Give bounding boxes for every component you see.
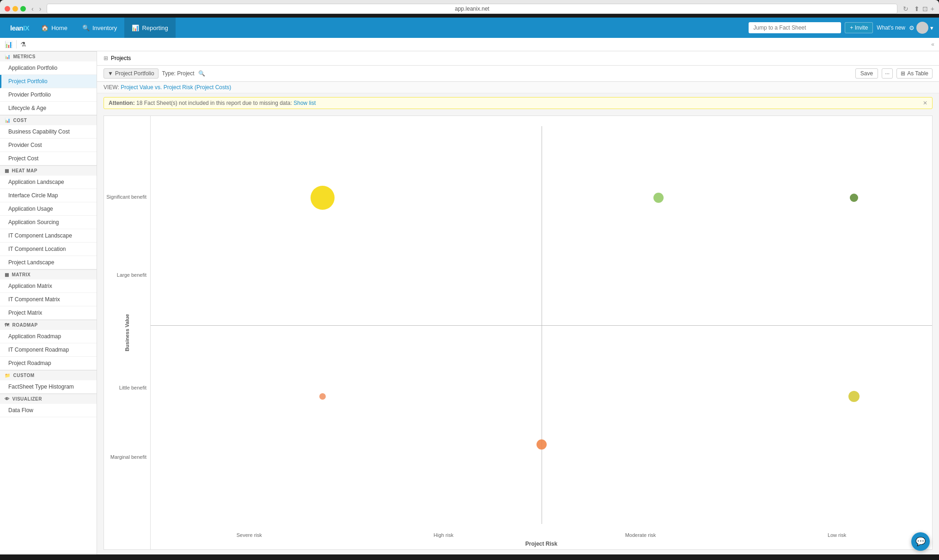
metrics-icon: 📊 xyxy=(5,54,11,59)
application-sourcing-label: Application Sourcing xyxy=(8,219,59,225)
y-tick-2: Little benefit xyxy=(119,385,146,390)
nav-reporting[interactable]: 📊 Reporting xyxy=(124,18,175,38)
visualizer-icon: 👁 xyxy=(5,396,10,402)
fact-sheet-search[interactable] xyxy=(749,22,841,33)
reload-button[interactable]: ↻ xyxy=(901,4,910,13)
nav-inventory[interactable]: 🔍 Inventory xyxy=(75,18,124,38)
sidebar-item-project-matrix[interactable]: Project Matrix xyxy=(0,306,97,320)
alert-text: 18 Fact Sheet(s) not included in this re… xyxy=(136,100,292,106)
window-icon: ⊡ xyxy=(922,5,928,12)
logo[interactable]: leanIX xyxy=(6,21,34,35)
sidebar-item-application-portfolio[interactable]: Application Portfolio xyxy=(0,61,97,75)
user-chevron-icon: ▾ xyxy=(930,24,933,31)
bubble-medium-green[interactable] xyxy=(653,193,664,203)
lifecycle-age-label: Lifecycle & Age xyxy=(8,105,46,111)
bubble-small-orange[interactable] xyxy=(319,393,326,400)
x-axis-label: Project Risk xyxy=(525,541,557,547)
sidebar-item-provider-portfolio[interactable]: Provider Portfolio xyxy=(0,88,97,102)
report-header: ▼ Project Portfolio Type: Project 🔍 Save… xyxy=(97,66,939,82)
invite-button[interactable]: + Invite xyxy=(845,22,873,33)
nav-inventory-label: Inventory xyxy=(92,24,117,31)
project-portfolio-label: Project Portfolio xyxy=(8,78,48,85)
sidebar-item-it-component-landscape[interactable]: IT Component Landscape xyxy=(0,229,97,243)
minimize-dot[interactable] xyxy=(12,6,18,12)
filter-icon[interactable]: ⚗ xyxy=(20,41,26,48)
y-tick-1: Large benefit xyxy=(117,272,146,278)
alert-prefix: Attention: xyxy=(109,100,135,106)
sidebar-item-it-component-location[interactable]: IT Component Location xyxy=(0,243,97,256)
settings-icon: ⚙ xyxy=(909,24,915,31)
toolbar-divider xyxy=(16,40,17,49)
alert-close-button[interactable]: ✕ xyxy=(923,100,927,106)
sidebar-item-application-usage[interactable]: Application Usage xyxy=(0,202,97,216)
address-bar[interactable]: app.leanix.net xyxy=(47,4,897,14)
whats-new-button[interactable]: What's new xyxy=(877,24,905,31)
show-list-link[interactable]: Show list xyxy=(293,100,316,106)
sidebar-item-data-flow[interactable]: Data Flow xyxy=(0,404,97,417)
x-tick-0: Severe risk xyxy=(237,532,262,538)
back-button[interactable]: ‹ xyxy=(30,4,36,13)
user-menu[interactable]: ⚙ ▾ xyxy=(909,22,933,34)
y-tick-0: Significant benefit xyxy=(106,194,146,200)
add-tab-icon[interactable]: + xyxy=(931,5,934,12)
metrics-label: METRICS xyxy=(13,54,36,59)
view-link[interactable]: Project Value vs. Project Risk (Project … xyxy=(121,84,231,91)
x-tick-1: High risk xyxy=(433,532,453,538)
view-row: VIEW: Project Value vs. Project Risk (Pr… xyxy=(97,82,939,93)
bubble-medium-orange[interactable] xyxy=(537,439,547,450)
sidebar-collapse-button[interactable]: « xyxy=(931,41,934,48)
sidebar-item-application-landscape[interactable]: Application Landscape xyxy=(0,176,97,189)
reporting-icon: 📊 xyxy=(132,24,139,31)
bubble-small-dark-green[interactable] xyxy=(850,194,858,202)
breadcrumb-text: Projects xyxy=(111,55,131,61)
roadmap-label: ROADMAP xyxy=(12,323,38,328)
factsheet-type-histogram-label: FactSheet Type Histogram xyxy=(8,383,74,390)
sidebar-item-project-roadmap[interactable]: Project Roadmap xyxy=(0,357,97,370)
section-header-visualizer: 👁 VISUALIZER xyxy=(0,394,97,404)
nav-home[interactable]: 🏠 Home xyxy=(34,18,75,38)
it-component-location-label: IT Component Location xyxy=(8,246,66,252)
sidebar-item-project-landscape[interactable]: Project Landscape xyxy=(0,256,97,269)
section-header-heat-map: ▦ HEAT MAP xyxy=(0,165,97,176)
cost-icon: 📊 xyxy=(5,118,11,123)
project-cost-label: Project Cost xyxy=(8,155,38,162)
sidebar-item-application-sourcing[interactable]: Application Sourcing xyxy=(0,216,97,229)
bubble-large-yellow[interactable] xyxy=(311,186,335,210)
visualizer-label: VISUALIZER xyxy=(12,396,42,402)
search-icon[interactable]: 🔍 xyxy=(198,70,205,77)
sidebar-item-application-matrix[interactable]: Application Matrix xyxy=(0,280,97,293)
top-navigation: leanIX 🏠 Home 🔍 Inventory 📊 Reporting + … xyxy=(0,18,939,38)
portfolio-dropdown[interactable]: ▼ Project Portfolio xyxy=(104,68,159,79)
sidebar-item-project-portfolio[interactable]: Project Portfolio xyxy=(0,75,97,88)
chat-widget[interactable]: 💬 xyxy=(911,532,930,551)
application-landscape-label: Application Landscape xyxy=(8,179,64,185)
sidebar-item-interface-circle-map[interactable]: Interface Circle Map xyxy=(0,189,97,202)
toolbar-strip: 📊 ⚗ « xyxy=(0,38,939,51)
matrix-icon: ▦ xyxy=(5,272,9,277)
bubble-medium-yellow-green[interactable] xyxy=(848,391,860,402)
it-component-matrix-label: IT Component Matrix xyxy=(8,296,60,303)
sidebar-item-provider-cost[interactable]: Provider Cost xyxy=(0,139,97,152)
sidebar: 📊 METRICS Application Portfolio Project … xyxy=(0,51,97,554)
save-button[interactable]: Save xyxy=(855,68,878,79)
type-label: Type: Project xyxy=(162,70,195,77)
forward-button[interactable]: › xyxy=(37,4,43,13)
as-table-button[interactable]: ⊞ As Table xyxy=(896,68,933,79)
sidebar-item-lifecycle-age[interactable]: Lifecycle & Age xyxy=(0,102,97,115)
sidebar-item-it-component-roadmap[interactable]: IT Component Roadmap xyxy=(0,343,97,357)
sidebar-item-project-cost[interactable]: Project Cost xyxy=(0,152,97,165)
maximize-dot[interactable] xyxy=(20,6,26,12)
share-icon: ⬆ xyxy=(914,5,920,12)
close-dot[interactable] xyxy=(5,6,10,12)
breadcrumb: ⊞ Projects xyxy=(97,51,939,66)
interface-circle-map-label: Interface Circle Map xyxy=(8,192,58,199)
sidebar-item-application-roadmap[interactable]: Application Roadmap xyxy=(0,330,97,343)
top-nav-right: + Invite What's new ⚙ ▾ xyxy=(749,22,933,34)
sidebar-item-factsheet-type-histogram[interactable]: FactSheet Type Histogram xyxy=(0,380,97,394)
sidebar-item-it-component-matrix[interactable]: IT Component Matrix xyxy=(0,293,97,306)
nav-home-label: Home xyxy=(51,24,67,31)
sidebar-item-business-capability-cost[interactable]: Business Capability Cost xyxy=(0,125,97,139)
more-button[interactable]: ··· xyxy=(882,68,893,79)
chart-icon[interactable]: 📊 xyxy=(5,41,12,48)
as-table-label: As Table xyxy=(907,70,928,77)
